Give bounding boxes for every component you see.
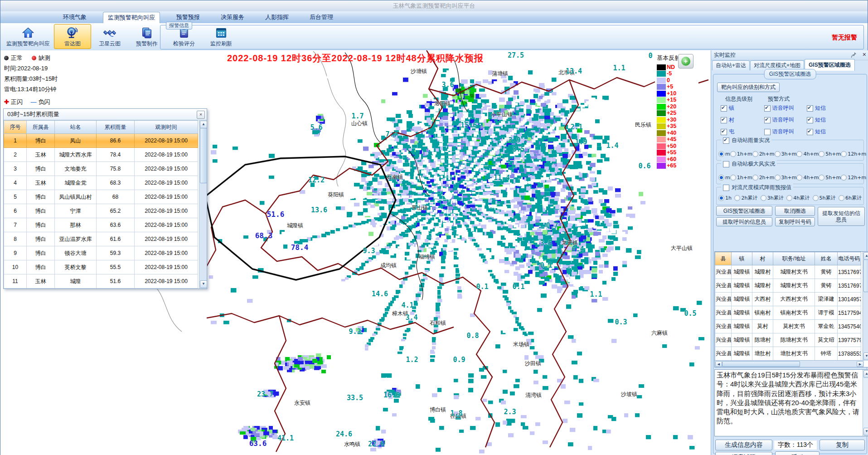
rain-table-row[interactable]: 3博白文地姜充75.82022-08-19 15:00: [4, 162, 198, 176]
call-option[interactable]: 短信: [807, 116, 826, 124]
copy-button[interactable]: 复制: [820, 440, 865, 450]
map-area[interactable]: 沙塘镇蒲塘镇北市镇洛阳镇小平山镇山心镇民乐镇石南镇葵阳镇平山镇城隍镇龙安镇大平山…: [0, 50, 711, 455]
extract-sms-informers-button[interactable]: 提取发短信的信息员: [818, 207, 865, 226]
contact-col-header[interactable]: 电话号码: [838, 252, 861, 265]
call-option[interactable]: 屯: [721, 128, 734, 136]
radio-option[interactable]: 4h+m: [796, 151, 819, 157]
radio-option[interactable]: 4h累计: [786, 195, 810, 201]
scrollbar-thumb[interactable]: [863, 259, 868, 292]
rain-table-row[interactable]: 2玉林城隍大西水库78.42022-08-19 15:00: [4, 148, 198, 162]
scroll-up-icon[interactable]: ▲: [200, 121, 207, 128]
radio-option[interactable]: 5h+m: [819, 151, 841, 157]
radio-option[interactable]: 5h累计: [813, 195, 836, 201]
checkbox-icon[interactable]: [807, 105, 813, 112]
checkbox-icon[interactable]: [723, 185, 729, 191]
radio-option[interactable]: 2h+m: [752, 151, 775, 157]
rain-col-header[interactable]: 序号: [4, 121, 27, 134]
scroll-right-icon[interactable]: ▶: [857, 361, 863, 367]
radio-option[interactable]: 2h累计: [734, 195, 757, 201]
checkbox-icon[interactable]: [721, 129, 727, 135]
toolbar-item[interactable]: 卫星云图: [91, 24, 128, 49]
toolbar-item[interactable]: 监测预警靶向叫应: [2, 24, 54, 49]
scrollbar-thumb[interactable]: [722, 361, 800, 367]
contact-col-header[interactable]: 村: [752, 252, 773, 265]
voice-preview-button[interactable]: 语音试听: [715, 452, 772, 455]
rain-col-header[interactable]: 累积雨量: [97, 121, 135, 134]
contact-table-row[interactable]: 兴业县城隍镇塘肚村塘肚村支书钟塔137885534: [715, 347, 861, 361]
radio-option[interactable]: 12h+m: [841, 175, 866, 181]
contact-table-row[interactable]: 兴业县城隍镇城隍村城隍村支书黄铸135176975: [715, 279, 861, 293]
contact-horizontal-scrollbar[interactable]: ◀ ▶: [715, 360, 864, 367]
radio-option[interactable]: 3h+m: [775, 151, 797, 157]
rain-table-row[interactable]: 11玉林城隍51.62022-08-19 15:00: [4, 274, 198, 289]
contact-col-header[interactable]: 职务/地址: [773, 252, 815, 265]
menu-tab[interactable]: 决策服务: [216, 11, 249, 23]
checkbox-icon[interactable]: [807, 117, 813, 123]
rain-table-row[interactable]: 8博白亚山温罗水库61.62022-08-19 15:00: [4, 232, 198, 246]
close-icon[interactable]: ×: [863, 51, 866, 58]
contact-table-row[interactable]: 兴业县城隍镇城隍村城隍村支书黄铸135176975: [715, 265, 861, 279]
radio-option[interactable]: 2h+m: [752, 175, 775, 181]
contact-col-header[interactable]: 镇: [732, 252, 752, 265]
radio-option[interactable]: m: [718, 151, 730, 157]
call-option[interactable]: 语音呼叫: [764, 128, 794, 136]
copy-call-numbers-button[interactable]: 复制呼叫号码: [775, 217, 815, 226]
scroll-down-icon[interactable]: ▼: [863, 428, 868, 435]
rain-table[interactable]: 序号所属县站名累积雨量观测时间1博白凤山86.62022-08-19 15:00…: [4, 120, 198, 289]
radio-option[interactable]: 3h+m: [775, 175, 797, 181]
rain-table-scrollbar[interactable]: ▲ ▼: [199, 120, 207, 289]
scroll-up-icon[interactable]: ▲: [863, 252, 868, 260]
extract-call-informers-button[interactable]: 提取呼叫的信息员: [716, 217, 772, 226]
radio-option[interactable]: 6h累计: [839, 195, 862, 201]
menu-tab[interactable]: 监测预警靶向叫应: [103, 12, 160, 24]
rain-table-row[interactable]: 6博白宁潭65.22022-08-19 15:00: [4, 204, 198, 218]
rain-col-header[interactable]: 观测时间: [135, 121, 198, 134]
call-button[interactable]: 呼叫: [775, 451, 820, 455]
contact-table-row[interactable]: 兴业县城隍镇镇南村镇南村支书谭于模151775946: [715, 306, 861, 320]
message-scrollbar[interactable]: ▲ ▼: [863, 370, 868, 436]
contact-table-row[interactable]: 兴业县城隍镇莫村莫村支书覃金乾134575405: [715, 320, 861, 333]
rain-table-row[interactable]: 9博白顿谷大塘59.32022-08-19 15:00: [4, 246, 198, 260]
scroll-left-icon[interactable]: ◀: [715, 361, 722, 367]
zoom-in-button[interactable]: +: [678, 54, 693, 68]
checkbox-icon[interactable]: [721, 105, 727, 112]
call-option[interactable]: 语音呼叫: [764, 116, 794, 124]
menu-tab[interactable]: 环境气象: [58, 11, 91, 23]
rain-col-header[interactable]: 所属县: [27, 121, 55, 134]
checkbox-icon[interactable]: [723, 161, 729, 167]
radio-option[interactable]: 4h+m: [796, 175, 819, 181]
gis-select-button[interactable]: GIS预警区域圈选: [716, 206, 772, 216]
checkbox-icon[interactable]: [764, 129, 771, 135]
warning-message-text[interactable]: 玉林市气象台19日5时15分发布暴雨橙色预警信号：4时以来兴业县城隍大西水库已出…: [717, 371, 862, 435]
contact-table[interactable]: 县镇村职务/地址姓名电话号码兴业县城隍镇城隍村城隍村支书黄铸135176975兴…: [715, 252, 861, 367]
radio-option[interactable]: 5h+m: [819, 175, 841, 181]
rain-table-row[interactable]: 4玉林城隍金党68.32022-08-19 15:00: [4, 176, 198, 190]
radio-option[interactable]: 3h累计: [761, 195, 784, 201]
checkbox-icon[interactable]: [764, 105, 771, 112]
call-option[interactable]: 短信: [807, 104, 826, 112]
scroll-down-icon[interactable]: ▼: [200, 280, 207, 288]
contact-vertical-scrollbar[interactable]: ▲ ▼: [863, 252, 868, 361]
call-level-mode-button[interactable]: 靶向叫应的级别和方式: [717, 83, 780, 92]
rain-table-row[interactable]: 5博白凤山镇凤山村682022-08-19 15:00: [4, 190, 198, 204]
checkbox-icon[interactable]: [764, 117, 771, 123]
rain-table-row[interactable]: 7博白那林63.62022-08-19 15:00: [4, 218, 198, 232]
call-option[interactable]: 镇: [721, 104, 734, 112]
radio-option[interactable]: 12h+m: [841, 151, 866, 157]
radio-option[interactable]: 1h: [718, 195, 732, 201]
close-icon[interactable]: ×: [197, 111, 205, 119]
pin-icon[interactable]: [851, 52, 857, 58]
cancel-select-button[interactable]: 取消圈选: [775, 206, 815, 216]
scrollbar-thumb[interactable]: [200, 128, 207, 183]
radio-option[interactable]: 1h+m: [730, 151, 752, 157]
checkbox-icon[interactable]: [721, 117, 727, 123]
radio-option[interactable]: 1h+m: [730, 175, 752, 181]
toolbar-item[interactable]: 雷达图: [54, 24, 91, 49]
call-option[interactable]: 短信: [807, 128, 826, 136]
radio-option[interactable]: m: [718, 175, 730, 181]
scroll-up-icon[interactable]: ▲: [863, 370, 868, 378]
rain-col-header[interactable]: 站名: [55, 121, 97, 134]
generate-message-button[interactable]: 生成信息内容: [715, 440, 772, 450]
contact-col-header[interactable]: 姓名: [815, 252, 838, 265]
contact-col-header[interactable]: 县: [715, 252, 732, 265]
